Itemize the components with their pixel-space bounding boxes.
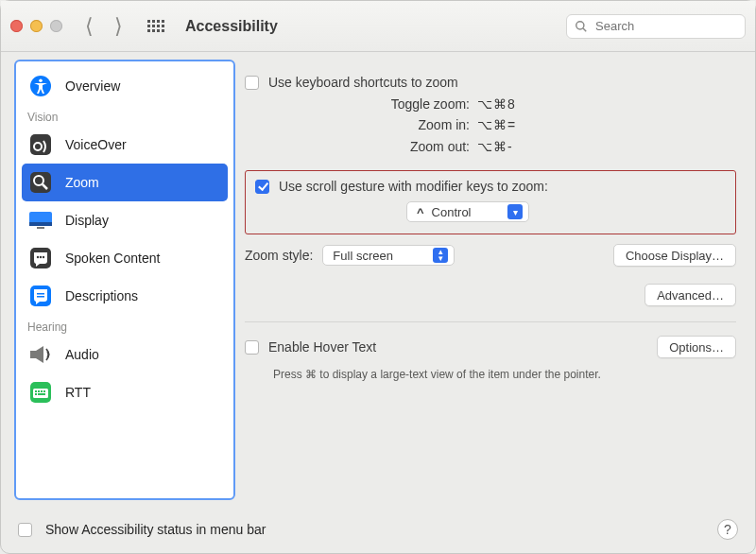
zoom-out-label: Zoom out: — [245, 136, 470, 157]
footer: Show Accessibility status in menu bar ? — [1, 506, 755, 553]
scroll-gesture-checkbox[interactable] — [255, 180, 269, 194]
svg-point-0 — [576, 21, 584, 28]
svg-point-13 — [37, 256, 39, 258]
sidebar-heading-hearing: Hearing — [22, 315, 228, 336]
svg-rect-24 — [41, 390, 43, 392]
sidebar-item-label: VoiceOver — [65, 137, 127, 152]
forward-button[interactable]: ⟩ — [114, 16, 123, 37]
help-button[interactable]: ? — [717, 519, 738, 540]
descriptions-icon — [27, 285, 54, 307]
sidebar-item-display[interactable]: Display — [22, 201, 228, 239]
accessibility-icon — [27, 75, 54, 97]
display-icon — [27, 209, 54, 232]
svg-rect-10 — [29, 222, 52, 226]
window-title: Accessibility — [185, 18, 278, 35]
window-controls — [10, 20, 62, 32]
svg-rect-18 — [37, 296, 44, 298]
svg-rect-6 — [30, 172, 51, 193]
close-window-button[interactable] — [10, 20, 23, 32]
svg-marker-19 — [30, 346, 43, 363]
show-all-prefs-button[interactable] — [147, 18, 164, 35]
svg-rect-23 — [38, 390, 40, 392]
svg-point-3 — [39, 78, 43, 82]
sidebar-item-label: Display — [65, 213, 109, 228]
back-button[interactable]: ⟨ — [85, 16, 94, 37]
sidebar-item-label: Zoom — [65, 175, 99, 190]
toggle-zoom-label: Toggle zoom: — [245, 94, 470, 114]
sidebar-item-audio[interactable]: Audio — [22, 336, 228, 373]
toggle-zoom-keys: ⌥⌘8 — [477, 94, 516, 114]
search-icon — [575, 20, 588, 33]
sidebar-item-descriptions[interactable]: Descriptions — [22, 277, 228, 315]
sidebar-item-label: Descriptions — [65, 288, 138, 303]
zoom-out-keys: ⌥⌘- — [477, 136, 513, 157]
chevron-down-icon: ▾ — [507, 204, 523, 219]
zoom-icon — [27, 171, 54, 194]
svg-rect-22 — [35, 390, 37, 392]
hover-text-label: Enable Hover Text — [268, 339, 376, 355]
spoken-content-icon — [27, 247, 54, 269]
sidebar-item-zoom[interactable]: Zoom — [22, 164, 228, 201]
zoom-in-label: Zoom in: — [245, 114, 470, 135]
svg-rect-27 — [38, 393, 45, 395]
modifier-key-select[interactable]: ^ Control ▾ — [406, 201, 529, 222]
svg-line-1 — [583, 28, 586, 31]
rtt-icon — [27, 381, 54, 404]
svg-point-15 — [43, 256, 44, 258]
search-field[interactable] — [566, 14, 746, 39]
sidebar-item-spoken-content[interactable]: Spoken Content — [22, 239, 228, 277]
highlight-frame: Use scroll gesture with modifier keys to… — [245, 170, 736, 234]
minimize-window-button[interactable] — [30, 20, 43, 32]
zoom-style-value: Full screen — [333, 249, 425, 263]
sidebar: Overview Vision VoiceOver Zoom — [14, 60, 235, 500]
svg-rect-11 — [37, 227, 44, 229]
divider — [245, 321, 736, 322]
svg-point-14 — [40, 256, 42, 258]
fullscreen-window-button[interactable] — [50, 20, 62, 32]
svg-rect-25 — [43, 390, 45, 392]
hover-text-hint: Press ⌘ to display a large-text view of … — [273, 368, 736, 381]
audio-icon — [27, 343, 54, 366]
use-keyboard-shortcuts-label: Use keyboard shortcuts to zoom — [268, 75, 458, 90]
zoom-style-select[interactable]: Full screen ▴▾ — [322, 245, 455, 266]
zoom-style-label: Zoom style: — [245, 248, 313, 263]
sidebar-item-voiceover[interactable]: VoiceOver — [22, 126, 228, 164]
sidebar-item-rtt[interactable]: RTT — [22, 373, 228, 411]
menu-bar-status-checkbox[interactable] — [18, 523, 32, 537]
chevron-updown-icon: ▴▾ — [433, 248, 448, 263]
choose-display-button[interactable]: Choose Display… — [613, 244, 736, 267]
hover-text-checkbox[interactable] — [245, 340, 259, 355]
nav-buttons: ⟨ ⟩ — [85, 16, 123, 37]
shortcuts-list: Toggle zoom: ⌥⌘8 Zoom in: ⌥⌘= Zoom out: … — [245, 94, 736, 157]
scroll-gesture-label: Use scroll gesture with modifier keys to… — [279, 179, 548, 194]
menu-bar-status-label: Show Accessibility status in menu bar — [45, 522, 266, 537]
voiceover-icon — [27, 133, 54, 156]
sidebar-heading-vision: Vision — [22, 105, 228, 126]
titlebar: ⟨ ⟩ Accessibility — [1, 1, 755, 52]
modifier-value: Control — [432, 205, 500, 219]
zoom-in-keys: ⌥⌘= — [477, 114, 516, 135]
svg-rect-17 — [37, 293, 44, 295]
sidebar-item-label: Spoken Content — [65, 251, 160, 266]
sidebar-item-label: Overview — [65, 78, 120, 94]
sidebar-item-label: Audio — [65, 347, 99, 362]
advanced-button[interactable]: Advanced… — [644, 284, 736, 306]
svg-rect-26 — [35, 393, 37, 395]
sidebar-item-label: RTT — [65, 385, 91, 400]
accessibility-preferences-window: ⟨ ⟩ Accessibility Overview Vision — [0, 0, 756, 554]
use-keyboard-shortcuts-checkbox[interactable] — [245, 76, 259, 90]
hover-text-options-button[interactable]: Options… — [657, 336, 736, 358]
sidebar-item-overview[interactable]: Overview — [22, 67, 228, 105]
search-input[interactable] — [593, 18, 737, 34]
modifier-prefix: ^ — [417, 205, 424, 219]
zoom-pane: Use keyboard shortcuts to zoom Toggle zo… — [232, 52, 755, 508]
